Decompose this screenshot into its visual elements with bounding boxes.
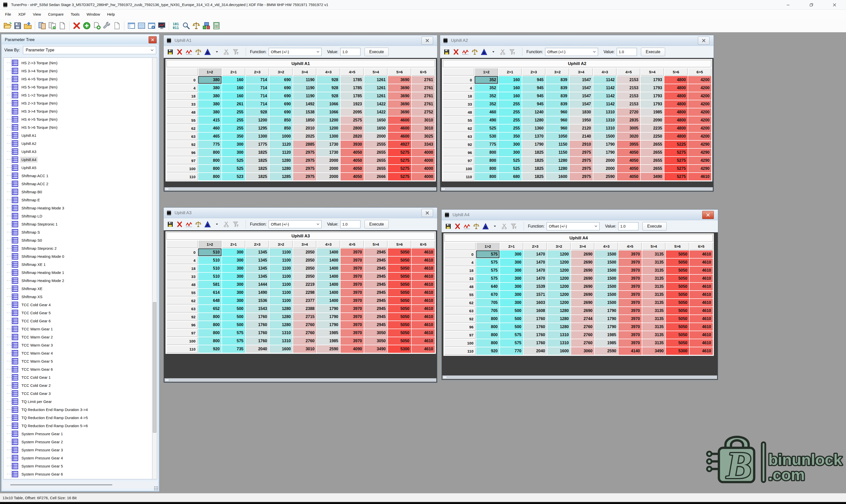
table-cell[interactable]: 1261	[364, 76, 387, 84]
column-header[interactable]: 3>4	[570, 68, 593, 76]
table-cell[interactable]: 1310	[593, 125, 617, 132]
table-cell[interactable]: 2153	[617, 92, 640, 100]
table-cell[interactable]: 3135	[642, 339, 666, 347]
table-cell[interactable]: 300	[500, 283, 523, 290]
table-cell[interactable]: 1000	[270, 132, 293, 140]
table-cell[interactable]: 800	[198, 321, 222, 329]
table-cell[interactable]: 2975	[570, 149, 593, 156]
table-cell[interactable]: 1500	[595, 283, 618, 290]
row-header[interactable]: 18	[167, 92, 198, 100]
table-cell[interactable]: 670	[476, 291, 499, 299]
table-cell[interactable]: 3970	[341, 329, 364, 337]
tree-item[interactable]: TCC Cold Gear 2	[3, 381, 152, 389]
table-cell[interactable]: 2000	[593, 157, 617, 164]
row-header[interactable]: 33	[443, 100, 474, 108]
table-cell[interactable]: 5050	[388, 297, 411, 304]
tree-item[interactable]: HS 1->2 Torque (Nm)	[3, 91, 152, 99]
row-header[interactable]: 33	[167, 100, 198, 108]
table-cell[interactable]: 4610	[412, 256, 435, 264]
table-cell[interactable]: 3970	[341, 265, 364, 272]
graph-icon[interactable]	[462, 48, 469, 55]
table-cell[interactable]: 525	[222, 157, 245, 164]
table-cell[interactable]: 3490	[364, 345, 387, 353]
table-cell[interactable]: 4200	[688, 125, 711, 132]
table-cell[interactable]: 2655	[641, 141, 664, 148]
table-cell[interactable]: 300	[222, 149, 245, 156]
row-header[interactable]: 18	[443, 92, 474, 100]
function-select[interactable]: Offset (+/-)	[269, 48, 322, 56]
table-cell[interactable]: 2153	[617, 100, 640, 108]
tree-item[interactable]: Shiftmap XS	[3, 292, 152, 301]
table-cell[interactable]: 714	[246, 84, 269, 92]
tree-item[interactable]: Shiftmap E	[3, 196, 152, 204]
table-cell[interactable]: 1200	[246, 116, 269, 124]
table-cell[interactable]: 2760	[293, 321, 316, 329]
tree-item[interactable]: Shiftmap LD	[3, 212, 152, 220]
table-cell[interactable]: 1547	[570, 84, 593, 92]
table-cell[interactable]: 1345	[246, 256, 269, 264]
table-cell[interactable]: 3135	[642, 267, 666, 274]
table-cell[interactable]: 352	[475, 76, 498, 84]
table-cell[interactable]: 4200	[688, 132, 711, 140]
table-cell[interactable]: 5275	[664, 157, 688, 164]
table-cell[interactable]: 5050	[388, 289, 411, 296]
table-cell[interactable]: 5300	[388, 345, 411, 353]
table-cell[interactable]: 1310	[593, 108, 617, 116]
menu-help[interactable]: Help	[104, 10, 119, 19]
open-file-icon[interactable]	[2, 20, 13, 31]
table-cell[interactable]: 1400	[317, 249, 340, 256]
table-cell[interactable]: 4610	[412, 337, 435, 345]
table-cell[interactable]: 690	[270, 92, 293, 100]
table-cell[interactable]: 255	[222, 108, 245, 116]
tree-item[interactable]: TQ Limit per Gear	[3, 397, 152, 406]
row-header[interactable]: 48	[167, 108, 198, 116]
table-cell[interactable]: 1825	[246, 173, 269, 180]
table-cell[interactable]: 1400	[317, 289, 340, 296]
function-select[interactable]: Offset (+/-)	[269, 220, 322, 228]
column-header[interactable]: 5>6	[664, 68, 688, 76]
tree-item[interactable]: Uphill A1	[3, 131, 152, 139]
table-cell[interactable]: 1370	[522, 132, 545, 140]
table-cell[interactable]: 1793	[641, 84, 664, 92]
table-cell[interactable]: 3970	[619, 267, 642, 274]
table-cell[interactable]: 1543	[246, 305, 269, 312]
table-cell[interactable]: 775	[198, 141, 222, 148]
caret-icon[interactable]	[491, 223, 498, 230]
table-cell[interactable]: 4200	[688, 76, 711, 84]
tree-item[interactable]: System Pressure Gear 1	[3, 430, 152, 438]
column-header[interactable]: 3>2	[270, 240, 293, 248]
table-cell[interactable]: 300	[500, 267, 523, 274]
table-cell[interactable]: 4050	[341, 149, 364, 156]
table-cell[interactable]: 1200	[547, 291, 571, 299]
tree-item[interactable]: TCC Cold Gear 1	[3, 373, 152, 381]
mask-icon[interactable]: A	[482, 223, 489, 230]
tree-item[interactable]: TQ Reduction End Ramp Duration 3->4	[3, 406, 152, 414]
tree-item[interactable]: HS 4->5 Torque (Nm)	[3, 115, 152, 123]
table-cell[interactable]: 4800	[664, 125, 688, 132]
table-cell[interactable]: 1300	[317, 132, 340, 140]
table-cell[interactable]: 2690	[571, 275, 594, 282]
restore-icon[interactable]	[799, 0, 823, 10]
table-cell[interactable]: 5050	[388, 281, 411, 288]
column-header[interactable]: 1>2	[476, 242, 499, 250]
column-header[interactable]: 2>1	[500, 242, 523, 250]
table-cell[interactable]: 1500	[595, 291, 618, 299]
caret-icon[interactable]	[490, 48, 497, 55]
table-cell[interactable]: 1571	[524, 291, 547, 299]
table-cell[interactable]: 1400	[317, 265, 340, 272]
column-header[interactable]: 3>2	[270, 68, 293, 76]
tree-item[interactable]: HS 3->4 Torque (Nm)	[3, 107, 152, 115]
table-cell[interactable]: 4090	[341, 345, 364, 353]
table-cell[interactable]: 1500	[593, 132, 617, 140]
monitor-chart-icon[interactable]	[157, 20, 167, 31]
table-cell[interactable]: 2590	[593, 173, 617, 180]
table-cell[interactable]: 3970	[619, 258, 642, 266]
table-cell[interactable]: 1985	[317, 329, 340, 337]
view-by-select[interactable]: Parameter Type	[23, 46, 156, 54]
window-titlebar[interactable]: Uphill A1	[164, 35, 437, 46]
table-cell[interactable]: 3490	[642, 347, 666, 355]
table-cell[interactable]: 4610	[690, 315, 713, 323]
column-header[interactable]: 2>1	[222, 240, 245, 248]
table-cell[interactable]: 575	[476, 251, 499, 258]
table-cell[interactable]: 1190	[293, 84, 316, 92]
